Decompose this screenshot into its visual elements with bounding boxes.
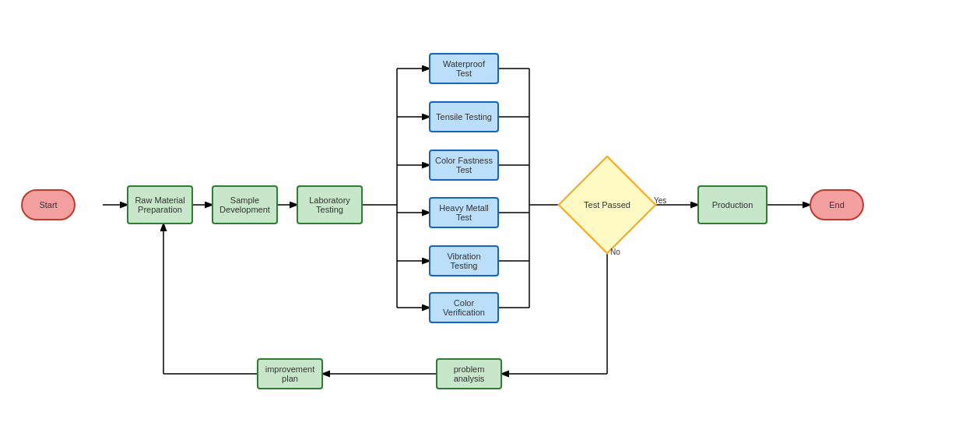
lab-testing-label: LaboratoryTesting [309,195,350,214]
color-fastness-label: Color FastnessTest [435,156,493,174]
sample-dev-label: SampleDevelopment [220,195,270,214]
improvement-plan-node: improvementplan [257,358,323,389]
color-fastness-node: Color FastnessTest [429,150,499,181]
start-label: Start [39,200,57,209]
lab-testing-node: LaboratoryTesting [297,185,363,224]
raw-material-node: Raw MaterialPreparation [127,185,193,224]
problem-analysis-label: problemanalysis [454,364,485,383]
end-node: End [810,189,864,220]
waterproof-label: WaterproofTest [443,59,485,78]
problem-analysis-node: problemanalysis [436,358,502,389]
test-passed-label: Test Passed [584,200,631,209]
color-verif-label: ColorVerification [443,298,485,317]
heavy-metal-label: Heavy MetallTest [439,203,489,222]
no-label: No [610,248,620,256]
production-node: Production [697,185,767,224]
heavy-metal-node: Heavy MetallTest [429,197,499,228]
color-verif-node: ColorVerification [429,292,499,323]
improvement-plan-label: improvementplan [265,364,315,383]
production-label: Production [712,200,753,209]
tensile-node: Tensile Testing [429,101,499,132]
test-passed-diamond: Test Passed [568,170,646,240]
waterproof-node: WaterproofTest [429,53,499,84]
raw-material-label: Raw MaterialPreparation [135,195,184,214]
flowchart: Start Raw MaterialPreparation SampleDeve… [0,0,980,433]
end-label: End [829,200,845,209]
sample-dev-node: SampleDevelopment [212,185,278,224]
vibration-node: VibrationTesting [429,245,499,276]
vibration-label: VibrationTesting [447,252,480,270]
tensile-label: Tensile Testing [436,112,492,121]
start-node: Start [21,189,76,220]
yes-label: Yes [654,196,666,205]
